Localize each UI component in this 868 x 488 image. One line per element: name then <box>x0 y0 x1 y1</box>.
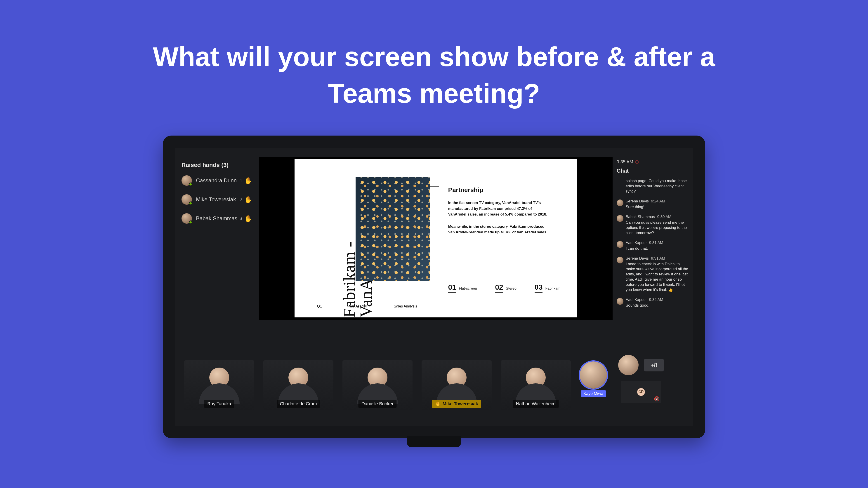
presence-available-icon <box>189 183 192 186</box>
presentation-slide: Fabrikam - VanArsdel Partnership In the … <box>294 159 577 318</box>
raised-hand-item[interactable]: Cassandra Dunn 1 ✋ <box>182 175 252 186</box>
chat-message-time: 9:30 AM <box>657 215 671 219</box>
raised-hand-name: Cassandra Dunn <box>196 177 237 184</box>
chat-message-author: Serena Davis <box>626 256 649 261</box>
slide-footer-quarter: Q1 <box>317 304 322 308</box>
slide-heading: Partnership <box>448 186 561 194</box>
chat-message-author: Aadi Kapoor <box>626 240 647 245</box>
participant-nameplate: Nathan Waltenheim <box>513 400 559 408</box>
participant-overflow-count[interactable]: +8 <box>644 359 664 371</box>
chat-message-text: Can you guys please send me the options … <box>626 220 688 236</box>
meeting-chat-panel: 9:35 AM Chat splash page. Could you make… <box>613 157 693 320</box>
chat-message[interactable]: Aadi Kapoor9:32 AM Sounds good. <box>617 297 688 308</box>
avatar <box>617 257 623 263</box>
participant-overflow-stack: +8 CR 🔇 <box>618 355 664 403</box>
presence-available-icon <box>189 201 192 205</box>
participant-nameplate: Ray Tanaka <box>204 400 234 408</box>
chat-message-time: 9:24 AM <box>651 199 665 203</box>
slide-footer-subtitle: Sales Analysis <box>394 304 417 308</box>
raised-hand-order: 2 <box>240 197 242 202</box>
raised-hand-order: 1 <box>240 177 242 184</box>
chat-message-time: 9:32 AM <box>649 297 663 302</box>
chat-message[interactable]: Babak Shammas9:30 AM Can you guys please… <box>617 215 688 236</box>
participant-nameplate: Mike Toweresiak <box>432 400 481 408</box>
active-speaker-name: Kayo Miwa <box>581 390 606 397</box>
video-placeholder <box>521 367 550 401</box>
raised-hand-item[interactable]: Babak Shammas 3 ✋ <box>182 213 252 224</box>
avatar <box>617 215 623 222</box>
chat-message-text: Sure thing! <box>626 204 688 210</box>
slide-paragraph: Meanwhile, in the stereo category, Fabri… <box>448 224 548 235</box>
participant-nameplate: Charlotte de Crum <box>277 400 320 408</box>
avatar <box>182 175 192 186</box>
raised-hands-title: Raised hands (3) <box>182 162 252 168</box>
avatar <box>182 194 192 205</box>
raised-hand-icon: ✋ <box>244 215 252 223</box>
teams-meeting-screen: Raised hands (3) Cassandra Dunn 1 ✋ Mike… <box>175 148 693 426</box>
slide-num: 03 <box>535 283 543 293</box>
participant-avatar-circle[interactable] <box>618 355 639 375</box>
avatar <box>617 199 623 206</box>
participant-tile[interactable]: Nathan Waltenheim <box>501 360 571 410</box>
slide-image <box>355 177 430 281</box>
participant-tile[interactable]: Mike Toweresiak <box>422 360 492 410</box>
chat-message-time: 9:31 AM <box>651 256 665 261</box>
chat-message-author: Babak Shammas <box>626 215 655 219</box>
chat-message-text: I can do that. <box>626 246 688 251</box>
chat-message[interactable]: Serena Davis9:24 AM Sure thing! <box>617 199 688 210</box>
page-headline: What will your screen show before & afte… <box>118 38 750 111</box>
meeting-top-row: Raised hands (3) Cassandra Dunn 1 ✋ Mike… <box>175 157 693 320</box>
slide-number-row: 01Flat-screen 02Stereo 03Fabrikam <box>448 283 561 293</box>
chat-message[interactable]: Aadi Kapoor9:31 AM I can do that. <box>617 240 688 251</box>
participant-nameplate: Danielle Booker <box>358 400 397 408</box>
raised-hand-name: Babak Shammas <box>196 215 237 222</box>
video-placeholder <box>284 367 313 401</box>
video-placeholder <box>442 367 471 401</box>
slide-num-label: Flat-screen <box>459 287 477 291</box>
participant-tile[interactable]: Ray Tanaka <box>184 360 254 410</box>
chat-message-text: I need to check in with Daichi to make s… <box>626 262 688 293</box>
chat-message[interactable]: splash page. Could you make those edits … <box>617 178 688 194</box>
video-placeholder <box>363 367 392 401</box>
participant-tile[interactable]: Charlotte de Crum <box>264 360 333 410</box>
participant-strip: Ray Tanaka Charlotte de Crum Danielle Bo… <box>175 351 693 410</box>
shared-screen-stage[interactable]: Fabrikam - VanArsdel Partnership In the … <box>259 157 613 320</box>
self-view-tile[interactable]: CR 🔇 <box>621 381 661 403</box>
mic-muted-icon: 🔇 <box>654 396 659 401</box>
raised-hand-icon: ✋ <box>244 196 252 203</box>
participant-tile[interactable]: Danielle Booker <box>342 360 412 410</box>
chat-header: Chat <box>617 168 688 174</box>
presence-available-icon <box>189 221 192 224</box>
chat-message[interactable]: Serena Davis9:31 AM I need to check in w… <box>617 256 688 293</box>
raised-hands-panel: Raised hands (3) Cassandra Dunn 1 ✋ Mike… <box>175 157 259 320</box>
slide-footer-brand: VanArsdel <box>349 304 367 308</box>
monitor-frame: Raised hands (3) Cassandra Dunn 1 ✋ Mike… <box>163 135 705 438</box>
chat-message-text: splash page. Could you make those edits … <box>626 178 688 194</box>
self-view-initials: CR <box>637 388 645 396</box>
slide-num-label: Stereo <box>506 287 517 291</box>
chat-message-author: Aadi Kapoor <box>626 297 647 302</box>
avatar <box>617 241 623 248</box>
slide-num: 02 <box>495 283 503 293</box>
avatar <box>617 298 623 305</box>
raised-hand-order: 3 <box>240 216 242 221</box>
avatar <box>182 213 192 224</box>
slide-paragraph: In the flat-screen TV category, VanArsde… <box>448 200 548 217</box>
chat-message-text: Sounds good. <box>626 303 688 308</box>
monitor-stand <box>407 436 461 447</box>
active-speaker-circle[interactable]: Kayo Miwa <box>580 361 607 389</box>
raised-hand-icon: ✋ <box>244 177 252 185</box>
slide-num-label: Fabrikam <box>545 287 560 291</box>
chat-message-author: Serena Davis <box>626 199 649 203</box>
recording-icon <box>636 160 639 164</box>
chat-message-time: 9:31 AM <box>649 240 663 245</box>
slide-num: 01 <box>448 283 456 293</box>
video-placeholder <box>205 367 234 401</box>
raised-hand-item[interactable]: Mike Toweresiak 2 ✋ <box>182 194 252 205</box>
meeting-time-text: 9:35 AM <box>617 159 633 164</box>
raised-hand-name: Mike Toweresiak <box>196 196 236 203</box>
meeting-time: 9:35 AM <box>617 159 688 164</box>
